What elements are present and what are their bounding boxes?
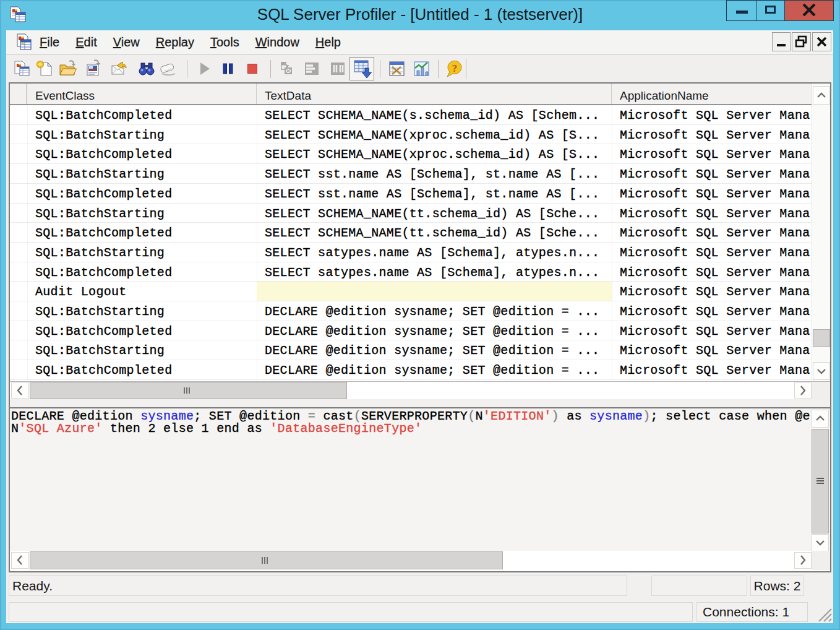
svg-text:?: ? [452,63,458,74]
